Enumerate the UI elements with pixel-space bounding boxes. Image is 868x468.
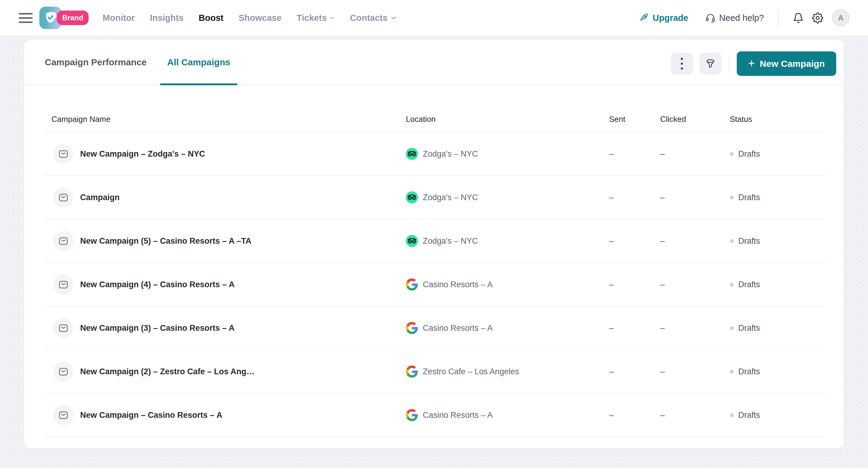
notifications-bell-button[interactable] bbox=[791, 11, 805, 25]
kebab-menu-icon bbox=[681, 58, 683, 69]
google-icon bbox=[406, 366, 418, 378]
nav-item-insights[interactable]: Insights bbox=[150, 13, 184, 23]
table-row[interactable]: Campaign bbox=[44, 176, 826, 219]
envelope-icon bbox=[58, 236, 69, 247]
avatar-initial: A bbox=[838, 13, 844, 23]
hamburger-menu-icon[interactable] bbox=[19, 13, 33, 23]
status-dot-icon bbox=[730, 413, 734, 417]
location-label: Zodga's – NYC bbox=[423, 193, 478, 202]
location-label: Zestro Cafe – Los Angeles bbox=[423, 367, 519, 376]
campaign-name-cell: Campaign bbox=[44, 187, 406, 208]
more-options-button[interactable] bbox=[671, 53, 693, 75]
campaign-name: Campaign bbox=[80, 193, 120, 202]
campaign-name-cell: New Campaign – Zodga's – NYC bbox=[44, 144, 406, 164]
new-campaign-button[interactable]: + New Campaign bbox=[737, 52, 836, 76]
sent-value: – bbox=[609, 193, 660, 202]
tripadvisor-icon bbox=[406, 148, 418, 160]
filter-funnel-icon bbox=[705, 58, 716, 69]
envelope-icon bbox=[58, 279, 69, 290]
nav-item-monitor[interactable]: Monitor bbox=[102, 13, 134, 23]
clicked-value: – bbox=[660, 280, 730, 289]
campaign-name: New Campaign (4) – Casino Resorts – A bbox=[80, 280, 235, 289]
clicked-value: – bbox=[660, 193, 730, 202]
nav-item-contacts[interactable]: Contacts bbox=[350, 13, 397, 23]
tripadvisor-icon bbox=[406, 191, 418, 204]
status-label: Drafts bbox=[738, 280, 760, 289]
location-label: Zodga's – NYC bbox=[423, 149, 478, 159]
status-label: Drafts bbox=[738, 323, 760, 333]
email-campaign-circle bbox=[53, 144, 73, 164]
sent-value: – bbox=[609, 367, 660, 376]
tab-label: Campaign Performance bbox=[45, 57, 147, 67]
table-row[interactable]: New Campaign – Casino Resorts – A bbox=[44, 394, 826, 437]
filter-button[interactable] bbox=[700, 53, 722, 75]
table-row[interactable]: New Campaign (5) – Casino Resorts – A –T… bbox=[44, 219, 826, 263]
campaign-name: New Campaign – Zodga's – NYC bbox=[80, 149, 205, 159]
clicked-value: – bbox=[660, 149, 730, 159]
status-cell: Drafts bbox=[730, 149, 826, 159]
nav-item-label: Insights bbox=[150, 13, 184, 23]
location-label: Casino Resorts – A bbox=[423, 411, 493, 420]
tab-all-campaigns[interactable]: All Campaigns bbox=[160, 40, 238, 85]
brand-badge: Brand bbox=[57, 10, 89, 25]
plus-icon: + bbox=[748, 57, 755, 69]
email-campaign-circle bbox=[53, 187, 73, 208]
location-cell: Zodga's – NYC bbox=[406, 148, 609, 160]
toolbar: + New Campaign bbox=[671, 52, 836, 76]
email-campaign-circle bbox=[53, 318, 73, 338]
nav-item-showcase[interactable]: Showcase bbox=[239, 13, 282, 23]
campaign-name: New Campaign – Casino Resorts – A bbox=[80, 411, 222, 420]
sent-value: – bbox=[609, 323, 660, 333]
campaign-name: New Campaign (3) – Casino Resorts – A bbox=[80, 323, 235, 333]
status-dot-icon bbox=[730, 370, 734, 374]
campaign-name-cell: New Campaign (3) – Casino Resorts – A bbox=[44, 318, 406, 338]
status-dot-icon bbox=[730, 326, 734, 330]
primary-nav: Monitor Insights Boost Showcase Tickets … bbox=[102, 13, 397, 23]
tab-label: All Campaigns bbox=[167, 57, 230, 67]
location-cell: Zodga's – NYC bbox=[406, 235, 609, 247]
status-cell: Drafts bbox=[730, 411, 826, 420]
app-logo[interactable]: Brand bbox=[39, 7, 89, 29]
column-header-location: Location bbox=[406, 115, 609, 124]
location-cell: Casino Resorts – A bbox=[406, 278, 609, 290]
table-row[interactable]: New Campaign (4) – Casino Resorts – A bbox=[44, 263, 826, 307]
campaigns-card: Campaign Performance All Campaigns + New… bbox=[24, 40, 844, 448]
google-icon bbox=[406, 409, 418, 421]
tripadvisor-icon bbox=[406, 235, 418, 247]
table-row[interactable]: New Campaign – Zodga's – NYC bbox=[44, 132, 826, 176]
status-cell: Drafts bbox=[730, 237, 826, 246]
clicked-value: – bbox=[660, 237, 730, 246]
column-header-sent: Sent bbox=[609, 115, 660, 124]
status-label: Drafts bbox=[738, 149, 760, 159]
envelope-icon bbox=[58, 192, 69, 203]
column-header-campaign-name: Campaign Name bbox=[44, 115, 406, 124]
nav-item-label: Boost bbox=[199, 13, 223, 23]
status-cell: Drafts bbox=[730, 280, 826, 289]
column-header-clicked: Clicked bbox=[660, 115, 730, 124]
table-row[interactable]: New Campaign (3) – Casino Resorts – A bbox=[44, 307, 826, 350]
column-header-status: Status bbox=[730, 115, 826, 124]
settings-gear-button[interactable] bbox=[810, 11, 825, 25]
upgrade-link[interactable]: Upgrade bbox=[639, 13, 688, 23]
tab-campaign-performance[interactable]: Campaign Performance bbox=[37, 40, 154, 85]
status-label: Drafts bbox=[738, 411, 760, 420]
envelope-icon bbox=[58, 149, 69, 160]
nav-item-label: Tickets bbox=[297, 13, 327, 23]
need-help-link[interactable]: Need help? bbox=[705, 13, 764, 23]
envelope-icon bbox=[58, 410, 69, 421]
table-body: New Campaign – Zodga's – NYC bbox=[44, 132, 826, 437]
nav-item-boost[interactable]: Boost bbox=[199, 13, 223, 23]
table-row[interactable]: New Campaign (2) – Zestro Cafe – Los Ang… bbox=[44, 350, 826, 394]
gear-icon bbox=[812, 12, 823, 24]
location-cell: Zodga's – NYC bbox=[406, 191, 609, 204]
bell-icon bbox=[793, 12, 804, 24]
envelope-icon bbox=[58, 322, 69, 334]
nav-item-tickets[interactable]: Tickets bbox=[297, 13, 335, 23]
status-dot-icon bbox=[730, 283, 734, 287]
vertical-divider bbox=[778, 9, 778, 26]
tab-bar: Campaign Performance All Campaigns + New… bbox=[24, 40, 844, 85]
user-avatar[interactable]: A bbox=[832, 9, 849, 26]
google-icon bbox=[406, 278, 418, 290]
sent-value: – bbox=[609, 411, 660, 420]
email-campaign-circle bbox=[53, 275, 73, 294]
